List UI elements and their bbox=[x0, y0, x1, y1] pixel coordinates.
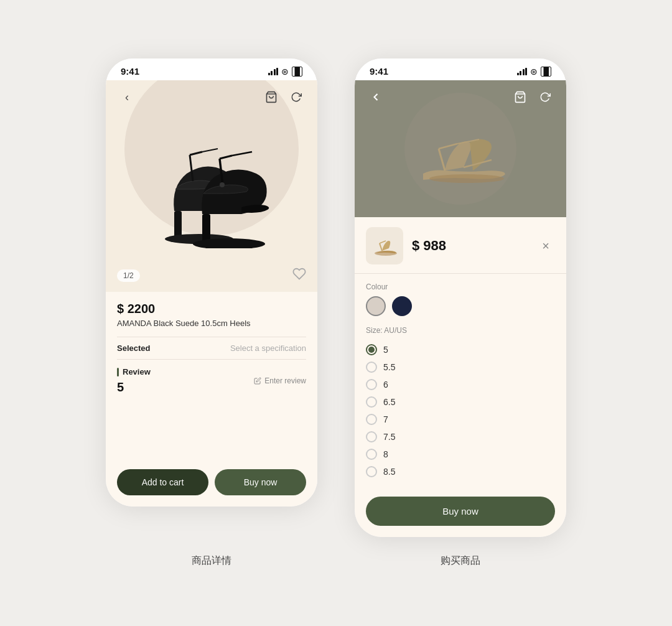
size-option-65[interactable]: 6.5 bbox=[366, 393, 555, 411]
buy-now-button2[interactable]: Buy now bbox=[366, 497, 555, 526]
size-option-75[interactable]: 7.5 bbox=[366, 428, 555, 446]
modal-price: $ 988 bbox=[412, 238, 528, 254]
phone2-nav-bar bbox=[355, 82, 566, 112]
product-price: $ 2200 bbox=[117, 302, 306, 316]
svg-line-9 bbox=[220, 156, 232, 159]
radio-5[interactable] bbox=[366, 344, 377, 355]
size-value-6: 6 bbox=[383, 380, 388, 390]
battery-icon2: █ bbox=[541, 67, 551, 77]
battery-icon: █ bbox=[292, 67, 302, 77]
close-icon[interactable]: × bbox=[536, 236, 555, 255]
nav-right-icons2 bbox=[510, 87, 555, 107]
size-value-8: 8 bbox=[383, 449, 388, 459]
colour-swatch-dark[interactable] bbox=[392, 296, 412, 316]
review-section: Review 5 Enter review bbox=[117, 360, 306, 395]
size-value-65: 6.5 bbox=[383, 397, 395, 407]
modal-body: Colour Size: AU/US 5 5.5 bbox=[355, 274, 566, 489]
phone1-status-bar: 9:41 ⊛ █ bbox=[106, 58, 317, 80]
back-button[interactable]: ‹ bbox=[117, 87, 137, 107]
product-name: AMANDA Black Suede 10.5cm Heels bbox=[117, 319, 306, 328]
radio-85[interactable] bbox=[366, 466, 377, 477]
size-value-75: 7.5 bbox=[383, 432, 395, 442]
modal-thumbnail bbox=[366, 227, 403, 264]
modal-header: $ 988 × bbox=[355, 217, 566, 274]
nav-right-icons bbox=[261, 87, 306, 107]
review-title-row: Review bbox=[117, 367, 306, 376]
size-option-7[interactable]: 7 bbox=[366, 411, 555, 428]
action-buttons: Add to cart Buy now bbox=[117, 460, 306, 507]
radio-6[interactable] bbox=[366, 379, 377, 390]
selected-label: Selected bbox=[117, 343, 150, 353]
refresh-icon[interactable] bbox=[286, 87, 306, 107]
size-value-55: 5.5 bbox=[383, 362, 395, 372]
colour-swatch-light[interactable] bbox=[366, 296, 386, 316]
radio-7[interactable] bbox=[366, 414, 377, 425]
svg-line-10 bbox=[232, 152, 252, 156]
product-image-section: 1/2 bbox=[106, 80, 317, 292]
enter-review-label: Enter review bbox=[264, 376, 306, 385]
wifi-icon: ⊛ bbox=[281, 67, 289, 77]
buy-now-button[interactable]: Buy now bbox=[215, 469, 306, 495]
size-option-5[interactable]: 5 bbox=[366, 341, 555, 358]
refresh-icon2[interactable] bbox=[535, 87, 555, 107]
svg-point-11 bbox=[220, 182, 225, 187]
phone1-status-icons: ⊛ █ bbox=[268, 67, 302, 77]
cart-icon2[interactable] bbox=[510, 87, 530, 107]
wifi-icon2: ⊛ bbox=[530, 67, 538, 77]
phone1-label: 商品详情 bbox=[106, 554, 317, 568]
product-info: $ 2200 AMANDA Black Suede 10.5cm Heels S… bbox=[106, 292, 317, 507]
phone1-status-time: 9:41 bbox=[121, 66, 139, 77]
select-spec: Select a specification bbox=[230, 343, 306, 353]
signal-icon2 bbox=[517, 68, 528, 75]
svg-point-21 bbox=[375, 251, 397, 256]
size-option-6[interactable]: 6 bbox=[366, 376, 555, 393]
review-score: 5 bbox=[117, 380, 124, 395]
size-value-5: 5 bbox=[383, 345, 388, 355]
back-button2[interactable] bbox=[366, 87, 386, 107]
product-selected-row[interactable]: Selected Select a specification bbox=[117, 337, 306, 360]
radio-65[interactable] bbox=[366, 396, 377, 408]
cart-icon[interactable] bbox=[261, 87, 281, 107]
size-label: Size: AU/US bbox=[366, 326, 555, 335]
phone2-label: 购买商品 bbox=[355, 554, 566, 568]
modal-sheet: $ 988 × Colour Size: AU/US 5 bbox=[355, 217, 566, 537]
size-option-8[interactable]: 8 bbox=[366, 446, 555, 463]
size-option-85[interactable]: 8.5 bbox=[366, 463, 555, 480]
svg-line-4 bbox=[190, 152, 202, 155]
phone2-frame: 9:41 ⊛ █ bbox=[355, 58, 566, 537]
review-title: Review bbox=[123, 367, 151, 376]
colour-label: Colour bbox=[366, 283, 555, 291]
modal-footer: Buy now bbox=[355, 489, 566, 537]
size-value-85: 8.5 bbox=[383, 467, 395, 477]
modal-thumb-image bbox=[368, 230, 401, 262]
phone1-nav-bar: ‹ bbox=[106, 82, 317, 112]
heart-icon[interactable] bbox=[292, 267, 306, 284]
radio-75[interactable] bbox=[366, 431, 377, 442]
add-to-cart-button[interactable]: Add to cart bbox=[117, 469, 208, 495]
enter-review-button[interactable]: Enter review bbox=[254, 376, 306, 385]
radio-8[interactable] bbox=[366, 449, 377, 460]
review-bar-icon bbox=[117, 368, 119, 376]
phone2-status-icons: ⊛ █ bbox=[517, 67, 551, 77]
signal-icon bbox=[268, 68, 279, 75]
svg-line-5 bbox=[202, 149, 218, 152]
svg-rect-1 bbox=[174, 211, 182, 239]
image-counter: 1/2 bbox=[117, 269, 140, 282]
phone1-frame: 9:41 ⊛ █ ‹ bbox=[106, 58, 317, 507]
phones-labels: 商品详情 购买商品 bbox=[106, 554, 566, 568]
product-image bbox=[131, 124, 292, 248]
phone2-status-time: 9:41 bbox=[370, 66, 388, 77]
colour-options bbox=[366, 296, 555, 316]
size-option-55[interactable]: 5.5 bbox=[366, 358, 555, 376]
size-value-7: 7 bbox=[383, 414, 388, 424]
radio-55[interactable] bbox=[366, 362, 377, 373]
phone2-status-bar: 9:41 ⊛ █ bbox=[355, 58, 566, 80]
phones-row: 9:41 ⊛ █ ‹ bbox=[106, 58, 566, 537]
page-wrapper: 9:41 ⊛ █ ‹ bbox=[0, 34, 672, 592]
